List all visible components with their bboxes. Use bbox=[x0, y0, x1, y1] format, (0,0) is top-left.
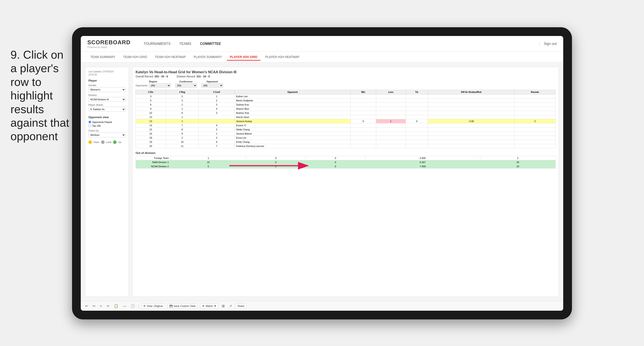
out-cell-name: NCAA Division 2 bbox=[136, 165, 171, 169]
table-row[interactable]: 14 7 4 Eunice Yi bbox=[136, 123, 556, 128]
table-row[interactable]: 16 9 1 Jessica Mason bbox=[136, 132, 556, 136]
col-tie: Tie bbox=[406, 90, 428, 94]
cell-loss bbox=[376, 94, 406, 99]
tab-team-h2h-heatmap[interactable]: TEAM H2H HEATMAP bbox=[152, 54, 189, 60]
cut-button[interactable]: ✂ bbox=[106, 303, 110, 309]
tab-team-summary[interactable]: TEAM SUMMARY bbox=[87, 54, 118, 60]
cell-name: Sydney Kuo bbox=[235, 103, 350, 107]
cell-tie bbox=[406, 128, 428, 132]
col-rounds: Rounds bbox=[514, 90, 556, 94]
cell-tie bbox=[406, 107, 428, 111]
cell-tie: 0 bbox=[406, 119, 428, 123]
cell-tie bbox=[406, 111, 428, 115]
cell-reg: 6 bbox=[166, 111, 198, 115]
cell-name: Stella Chang bbox=[235, 128, 350, 132]
step-number: 9. bbox=[10, 48, 20, 61]
tab-player-h2h-grid[interactable]: PLAYER H2H GRID bbox=[227, 54, 260, 61]
table-row[interactable]: 5 2 2 Alexis Sudjianto bbox=[136, 99, 556, 103]
table-row[interactable]: 13 1 HeeJo Hyun bbox=[136, 115, 556, 119]
cell-conf bbox=[199, 119, 235, 123]
radio-top-100[interactable]: Top 100 bbox=[88, 124, 126, 127]
cell-tie bbox=[406, 94, 428, 99]
cell-win bbox=[350, 103, 376, 107]
table-row[interactable]: 9 1 4 Sharon Mun bbox=[136, 107, 556, 111]
out-cell-col2: 0 bbox=[246, 156, 306, 160]
undo-button[interactable]: ↩ bbox=[84, 303, 89, 309]
colour-label: Colour by bbox=[88, 129, 126, 132]
sign-out-button[interactable]: Sign out bbox=[539, 42, 557, 46]
cell-loss bbox=[376, 103, 406, 107]
table-row[interactable]: 13 1 Jessica Huang 0 1 0 -3.00 2 bbox=[136, 119, 556, 123]
dash-button[interactable]: — bbox=[122, 303, 127, 309]
player-select[interactable]: 8. Katelyn Vo bbox=[88, 107, 126, 112]
cell-diff bbox=[428, 140, 514, 144]
radio-opponents-played[interactable]: Opponents Played bbox=[88, 121, 126, 123]
cell-div: 20 bbox=[136, 144, 166, 148]
save-custom-view-button[interactable]: 💾 Save Custom View bbox=[168, 304, 198, 309]
cell-name: Andrea York bbox=[235, 111, 350, 115]
col-loss: Loss bbox=[376, 90, 406, 94]
save-icon: 💾 bbox=[170, 305, 173, 308]
region-select[interactable]: (All) bbox=[149, 83, 171, 88]
out-table-row[interactable]: NAIA Division 1 15 0 0 9.267 30 bbox=[136, 160, 556, 165]
opponent-select[interactable]: (All) bbox=[201, 83, 223, 88]
cell-name: Euna Lee bbox=[235, 136, 350, 140]
paste-button[interactable]: 📋 bbox=[113, 303, 119, 309]
nav-committee[interactable]: COMMITTEE bbox=[200, 41, 221, 47]
table-row[interactable]: 20 11 7 Federica Domecq Lacroze bbox=[136, 144, 556, 148]
cell-reg: 9 bbox=[166, 132, 198, 136]
out-table-row[interactable]: NCAA Division 2 5 0 0 7.400 10 bbox=[136, 165, 556, 169]
gender-select[interactable]: Women's bbox=[88, 87, 126, 92]
watch-button[interactable]: 👁 Watch ▼ bbox=[200, 304, 218, 309]
out-cell-name: Foreign Team bbox=[136, 156, 171, 160]
cell-loss bbox=[376, 140, 406, 144]
main-content: Last Updated: 27/03/2024 16:55:38 Player… bbox=[81, 63, 563, 301]
view-original-button[interactable]: 👁 View: Original bbox=[141, 304, 165, 309]
cell-reg: 11 bbox=[166, 144, 198, 148]
cell-rounds bbox=[514, 107, 556, 111]
cell-loss bbox=[376, 99, 406, 103]
forward-button[interactable]: ⤷ bbox=[99, 303, 103, 309]
cell-win bbox=[350, 94, 376, 99]
table-row[interactable]: 10 6 3 Andrea York bbox=[136, 111, 556, 115]
tablet-screen: SCOREBOARD Powered by clippd TOURNAMENTS… bbox=[81, 36, 563, 311]
grid-icon[interactable]: ⊞ bbox=[221, 303, 226, 309]
table-row[interactable]: 18 2 2 Euna Lee bbox=[136, 136, 556, 140]
tab-team-h2h-grid[interactable]: TEAM H2H GRID bbox=[120, 54, 150, 60]
share-button[interactable]: Share bbox=[235, 304, 246, 309]
table-row[interactable]: 15 8 5 Stella Chang bbox=[136, 128, 556, 132]
tab-player-summary[interactable]: PLAYER SUMMARY bbox=[190, 54, 225, 60]
table-row[interactable]: 6 1 3 Sydney Kuo bbox=[136, 103, 556, 107]
tab-player-h2h-heatmap[interactable]: PLAYER H2H HEATMAP bbox=[262, 54, 302, 60]
cell-tie bbox=[406, 103, 428, 107]
dot-down-label: Down bbox=[94, 141, 99, 144]
table-row[interactable]: 19 10 6 Emily Chang bbox=[136, 140, 556, 144]
cell-tie bbox=[406, 123, 428, 128]
nav-tournaments[interactable]: TOURNAMENTS bbox=[144, 41, 170, 47]
division-select[interactable]: NCAA Division III bbox=[88, 97, 126, 102]
out-cell-diff: 7.400 bbox=[365, 165, 480, 169]
conference-select[interactable]: (All) bbox=[175, 83, 197, 88]
player-h2h-table: # Div # Reg # Conf Opponent Win Loss Tie… bbox=[136, 90, 556, 148]
nav-teams[interactable]: TEAMS bbox=[179, 41, 191, 47]
out-cell-col3: 0 bbox=[306, 165, 365, 169]
cell-conf: 4 bbox=[199, 107, 235, 111]
col-opponent: Opponent bbox=[235, 90, 350, 94]
division-record: Division Record: 331 - 34 - 6 bbox=[176, 75, 210, 78]
cell-name: Esther Lee bbox=[235, 94, 350, 99]
cell-rounds bbox=[514, 132, 556, 136]
table-row[interactable]: 3 2 1 Esther Lee bbox=[136, 94, 556, 99]
tablet-frame: SCOREBOARD Powered by clippd TOURNAMENTS… bbox=[72, 27, 572, 319]
record-row: Overall Record: 353 - 34 - 6 Division Re… bbox=[136, 75, 556, 78]
redo-button[interactable]: ↪ bbox=[92, 303, 96, 309]
out-table-row[interactable]: Foreign Team 1 0 0 4.500 2 bbox=[136, 156, 556, 160]
share-icon[interactable]: ↗ bbox=[228, 303, 233, 309]
cell-reg: 1 bbox=[166, 115, 198, 119]
cell-div: 13 bbox=[136, 115, 166, 119]
cell-win bbox=[350, 115, 376, 119]
clock-button[interactable]: 🕐 bbox=[130, 303, 136, 309]
colour-select[interactable]: Win/loss bbox=[88, 133, 126, 137]
out-of-division-title: Out of division bbox=[136, 151, 556, 155]
cell-conf: 6 bbox=[199, 140, 235, 144]
opponent-filter-title: Opponent bbox=[201, 80, 223, 83]
